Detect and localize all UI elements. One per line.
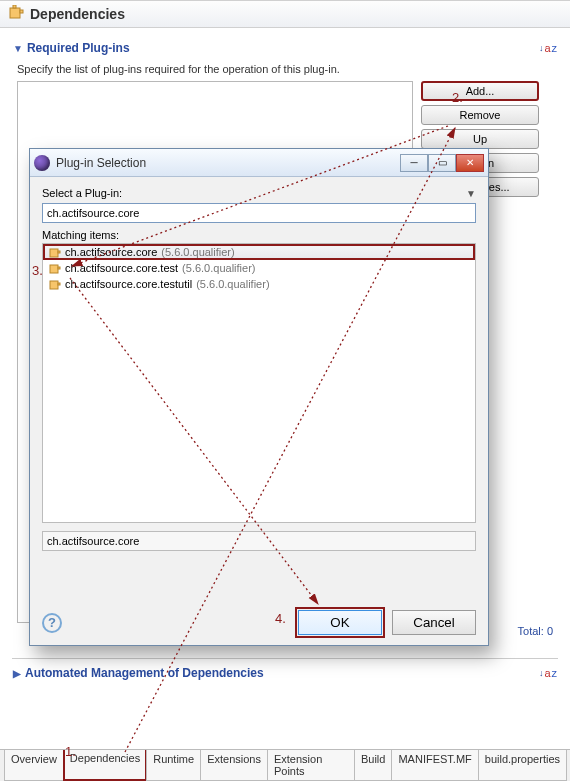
list-item[interactable]: ch.actifsource.core (5.6.0.qualifier) — [43, 244, 475, 260]
minimize-button[interactable]: ─ — [400, 154, 428, 172]
tab-dependencies[interactable]: Dependencies — [63, 750, 147, 781]
list-item[interactable]: ch.actifsource.core.test (5.6.0.qualifie… — [43, 260, 475, 276]
filter-input[interactable] — [42, 203, 476, 223]
svg-rect-1 — [20, 10, 23, 13]
ok-button[interactable]: OK — [298, 610, 382, 635]
required-plugins-desc: Specify the list of plug-ins required fo… — [17, 63, 553, 75]
matching-items-label: Matching items: — [42, 229, 476, 241]
item-version: (5.6.0.qualifier) — [182, 262, 255, 274]
item-name: ch.actifsource.core.test — [65, 262, 178, 274]
item-version: (5.6.0.qualifier) — [196, 278, 269, 290]
tab-runtime[interactable]: Runtime — [146, 750, 201, 781]
svg-rect-6 — [58, 267, 60, 269]
svg-rect-3 — [50, 249, 58, 257]
automated-title: Automated Management of Dependencies — [25, 666, 264, 680]
help-icon[interactable]: ? — [42, 613, 62, 633]
eclipse-icon — [34, 155, 50, 171]
svg-rect-8 — [58, 283, 60, 285]
svg-rect-5 — [50, 265, 58, 273]
plugin-icon — [49, 246, 61, 258]
maximize-button[interactable]: ▭ — [428, 154, 456, 172]
item-version: (5.6.0.qualifier) — [161, 246, 234, 258]
plugin-icon — [49, 262, 61, 274]
editor-tabs: Overview Dependencies Runtime Extensions… — [0, 749, 570, 781]
page-title: Dependencies — [30, 6, 125, 22]
matching-items-list[interactable]: ch.actifsource.core (5.6.0.qualifier) ch… — [42, 243, 476, 523]
dialog-title: Plug-in Selection — [56, 156, 146, 170]
twistie-right-icon: ▶ — [13, 668, 21, 679]
sort-az-icon[interactable]: ↓az — [539, 42, 557, 54]
automated-section: ▶ Automated Management of Dependencies ↓… — [12, 661, 558, 685]
add-button[interactable]: Add... — [421, 81, 539, 101]
plugin-page-icon — [8, 5, 24, 23]
sort-az-icon[interactable]: ↓az — [539, 667, 557, 679]
select-plugin-label: Select a Plug-in: — [42, 187, 122, 199]
dialog-titlebar[interactable]: Plug-in Selection ─ ▭ ✕ — [30, 149, 488, 177]
plugin-icon — [49, 278, 61, 290]
twistie-down-icon: ▼ — [13, 43, 23, 54]
item-name: ch.actifsource.core — [65, 246, 157, 258]
tab-extensions[interactable]: Extensions — [200, 750, 268, 781]
svg-rect-0 — [10, 8, 20, 18]
tab-manifest[interactable]: MANIFEST.MF — [391, 750, 478, 781]
page-header: Dependencies — [0, 0, 570, 28]
required-plugins-header[interactable]: ▼ Required Plug-ins ↓az — [13, 37, 557, 59]
svg-rect-2 — [13, 5, 16, 8]
list-item[interactable]: ch.actifsource.core.testutil (5.6.0.qual… — [43, 276, 475, 292]
item-name: ch.actifsource.core.testutil — [65, 278, 192, 290]
required-plugins-title: Required Plug-ins — [27, 41, 130, 55]
tab-extension-points[interactable]: Extension Points — [267, 750, 355, 781]
tab-build[interactable]: Build — [354, 750, 392, 781]
plugin-selection-dialog: Plug-in Selection ─ ▭ ✕ Select a Plug-in… — [29, 148, 489, 646]
cancel-button[interactable]: Cancel — [392, 610, 476, 635]
svg-rect-7 — [50, 281, 58, 289]
automated-header[interactable]: ▶ Automated Management of Dependencies ↓… — [13, 662, 557, 684]
remove-button[interactable]: Remove — [421, 105, 539, 125]
tab-overview[interactable]: Overview — [4, 750, 64, 781]
section-divider — [12, 658, 558, 659]
dropdown-arrow-icon[interactable]: ▼ — [466, 188, 476, 199]
tab-build-properties[interactable]: build.properties — [478, 750, 567, 781]
up-button[interactable]: Up — [421, 129, 539, 149]
svg-rect-4 — [58, 251, 60, 253]
selected-plugin-display — [42, 531, 476, 551]
close-button[interactable]: ✕ — [456, 154, 484, 172]
